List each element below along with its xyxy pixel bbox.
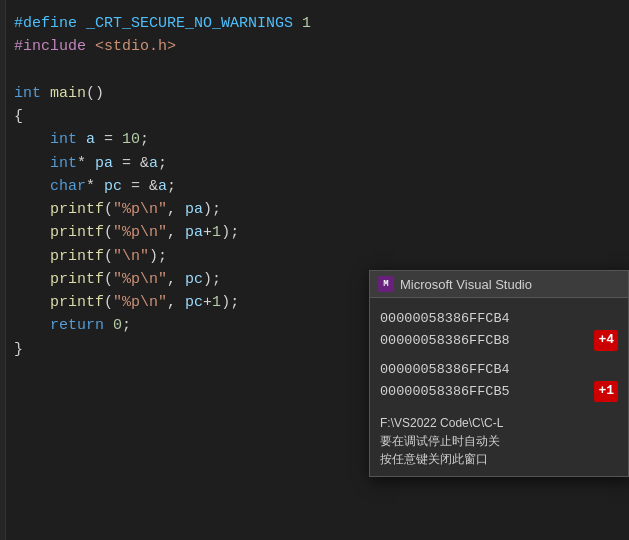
token-var-pa: pa — [95, 152, 113, 175]
token-printf5-fn: printf — [50, 291, 104, 314]
addr-group1-row1: 00000058386FFCB4 — [380, 308, 618, 330]
token-int-kw2: int — [50, 152, 77, 175]
badge1: +4 — [594, 330, 618, 351]
token-int: int — [14, 82, 41, 105]
token-var-a: a — [86, 128, 95, 151]
token-int-kw: int — [50, 128, 77, 151]
token-return: return — [50, 314, 104, 337]
vs-icon: M — [378, 276, 394, 292]
line-printf3: printf ( "\n" ); — [14, 245, 629, 268]
token-printf2-str: "%p\n" — [113, 221, 167, 244]
line-char-pc: char * pc = & a ; — [14, 175, 629, 198]
footer-line2: 要在调试停止时自动关 — [380, 432, 618, 450]
token-pc1: pc — [185, 268, 203, 291]
footer-line1: F:\VS2022 Code\C\C-L — [380, 414, 618, 432]
line-open-brace: { — [14, 105, 629, 128]
token-printf4-str: "%p\n" — [113, 268, 167, 291]
token-1a: 1 — [212, 221, 221, 244]
token-char-kw: char — [50, 175, 86, 198]
addr2b-text: 00000058386FFCB5 — [380, 381, 510, 403]
line-include: #include <stdio.h> — [14, 35, 629, 58]
popup-title: Microsoft Visual Studio — [400, 277, 532, 292]
badge2: +1 — [594, 381, 618, 402]
token-pc2: pc — [185, 291, 203, 314]
token-num-10: 10 — [122, 128, 140, 151]
token-var-pc: pc — [104, 175, 122, 198]
line-int-pa: int * pa = & a ; — [14, 152, 629, 175]
token-var-a3: a — [158, 175, 167, 198]
token-printf3-fn: printf — [50, 245, 104, 268]
token-pa1: pa — [185, 198, 203, 221]
line-printf1: printf ( "%p\n" , pa ); — [14, 198, 629, 221]
line-int-main: int main () — [14, 82, 629, 105]
token-define-name: _CRT_SECURE_NO_WARNINGS — [86, 12, 293, 35]
token-printf2-fn: printf — [50, 221, 104, 244]
token-1b: 1 — [212, 291, 221, 314]
addr-group2-row1: 00000058386FFCB4 — [380, 359, 618, 381]
spacer1 — [380, 351, 618, 359]
token-pa2: pa — [185, 221, 203, 244]
popup-body: 00000058386FFCB4 00000058386FFCB8 +4 000… — [370, 298, 628, 410]
token-include: #include — [14, 35, 86, 58]
popup-titlebar: M Microsoft Visual Studio — [370, 271, 628, 298]
line-int-a: int a = 10 ; — [14, 128, 629, 151]
line-define: #define _CRT_SECURE_NO_WARNINGS 1 — [14, 12, 629, 35]
token-main: main — [50, 82, 86, 105]
token-0: 0 — [113, 314, 122, 337]
addr1b-text: 00000058386FFCB8 — [380, 330, 510, 352]
token-var-a2: a — [149, 152, 158, 175]
token-printf4-fn: printf — [50, 268, 104, 291]
popup-footer: F:\VS2022 Code\C\C-L 要在调试停止时自动关 按任意键关闭此窗… — [370, 410, 628, 476]
token-printf5-str: "%p\n" — [113, 291, 167, 314]
token-include-file: <stdio.h> — [95, 35, 176, 58]
footer-line3: 按任意键关闭此窗口 — [380, 450, 618, 468]
addr-group2-row2: 00000058386FFCB5 +1 — [380, 381, 618, 403]
addr1a-text: 00000058386FFCB4 — [380, 308, 510, 330]
addr-group1-row2: 00000058386FFCB8 +4 — [380, 330, 618, 352]
token-define-keyword: #define — [14, 12, 77, 35]
line-printf2: printf ( "%p\n" , pa + 1 ); — [14, 221, 629, 244]
token-define-value: 1 — [302, 12, 311, 35]
token-printf3-str: "\n" — [113, 245, 149, 268]
vs-popup-dialog[interactable]: M Microsoft Visual Studio 00000058386FFC… — [369, 270, 629, 477]
addr2a-text: 00000058386FFCB4 — [380, 359, 510, 381]
token-printf1-fn: printf — [50, 198, 104, 221]
token-printf1-str: "%p\n" — [113, 198, 167, 221]
line-blank1 — [14, 59, 629, 82]
